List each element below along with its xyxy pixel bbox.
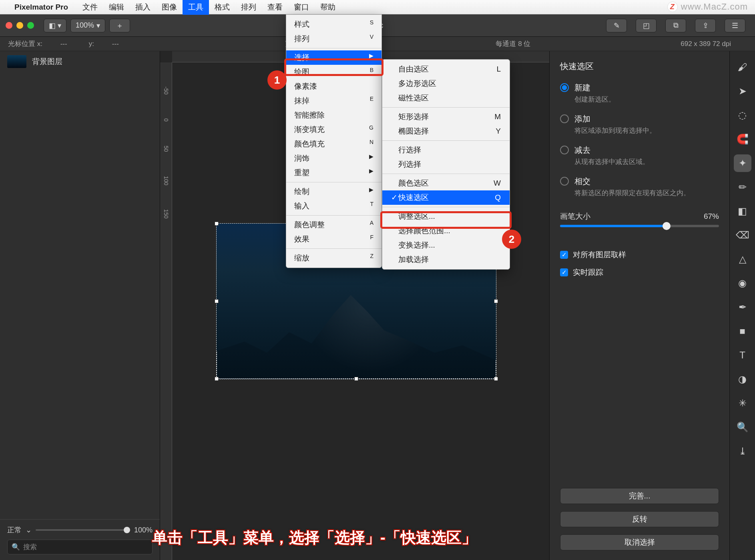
share-toolbar-icon[interactable]: ⇪: [695, 19, 716, 32]
warp-icon[interactable]: ◉: [734, 274, 751, 292]
eraser-icon[interactable]: ⌫: [734, 226, 751, 244]
menu-item[interactable]: 像素漆: [286, 79, 382, 94]
radio-icon: [560, 177, 569, 186]
sample-all-layers[interactable]: ✓对所有图层取样: [560, 250, 719, 260]
menu-window[interactable]: 窗口: [288, 0, 315, 15]
menu-item[interactable]: 效果F: [286, 232, 382, 246]
submenu-item[interactable]: 加载选择: [382, 252, 510, 267]
menu-view[interactable]: 查看: [262, 0, 288, 15]
layer-search[interactable]: 🔍 搜索: [7, 540, 153, 554]
brush-slider[interactable]: [560, 225, 719, 227]
brush-icon[interactable]: 🖌: [734, 58, 751, 76]
zoom-button[interactable]: [27, 22, 34, 29]
mode-intersect[interactable]: 相交将新选区的界限限定在现有选区之内。: [560, 176, 719, 198]
submenu-item[interactable]: 选择颜色范围...: [382, 224, 510, 238]
menu-format[interactable]: 格式: [209, 0, 235, 15]
brush-value: 67%: [704, 212, 719, 221]
tool-strip: 🖌 ➤ ◌ 🧲 ✦ ✏ ◧ ⌫ △ ◉ ✒ ■ T ◑ ✳ 🔍 ⤓: [729, 51, 755, 560]
duplicate-toolbar-icon[interactable]: ⧉: [665, 19, 686, 32]
add-button[interactable]: ＋: [109, 19, 130, 32]
image-content: [217, 286, 496, 379]
handle-mr[interactable]: [494, 299, 498, 303]
submenu-item[interactable]: 列选择: [382, 157, 510, 172]
menubar: Pixelmator Pro 文件 编辑 插入 图像 工具 格式 排列 查看 窗…: [0, 0, 755, 14]
menu-item[interactable]: 抹掉E: [286, 94, 382, 108]
menu-item[interactable]: 绘制▶: [286, 184, 382, 199]
gradient-icon[interactable]: ◧: [734, 202, 751, 220]
crop-toolbar-icon[interactable]: ◰: [636, 19, 657, 32]
pen-icon[interactable]: ✒: [734, 298, 751, 316]
minimize-button[interactable]: [16, 22, 23, 29]
annotation-badge-2: 2: [502, 230, 521, 249]
quicksel-icon[interactable]: ✦: [734, 154, 751, 172]
menu-image[interactable]: 图像: [156, 0, 183, 15]
mode-add[interactable]: 添加将区域添加到现有选择中。: [560, 114, 719, 135]
pointer-icon[interactable]: ➤: [734, 82, 751, 100]
export-icon[interactable]: ⤓: [734, 442, 751, 460]
menu-item[interactable]: 颜色填充N: [286, 137, 382, 151]
menu-insert[interactable]: 插入: [130, 0, 156, 15]
menu-item[interactable]: 颜色调整A: [286, 218, 382, 232]
paint-toolbar-icon[interactable]: ✎: [606, 19, 627, 32]
menu-item[interactable]: 润饰▶: [286, 151, 382, 166]
menu-item[interactable]: 渐变填充G: [286, 122, 382, 137]
sidebar-toggle[interactable]: ◧ ▾: [44, 19, 66, 32]
deselect-button[interactable]: 取消选择: [560, 534, 719, 550]
color-icon[interactable]: ◑: [734, 370, 751, 388]
menu-item[interactable]: 排列V: [286, 32, 382, 46]
menu-tools[interactable]: 工具: [183, 0, 209, 15]
submenu-item[interactable]: 矩形选择M: [382, 110, 510, 124]
handle-bm[interactable]: [354, 377, 358, 381]
app-name[interactable]: Pixelmator Pro: [14, 3, 68, 12]
search-icon: 🔍: [12, 543, 20, 551]
settings-toolbar-icon[interactable]: ☰: [725, 19, 745, 32]
zoom-level[interactable]: 100% ▾: [70, 19, 105, 32]
shape-icon[interactable]: ■: [734, 322, 751, 340]
menu-item[interactable]: 智能擦除: [286, 108, 382, 122]
submenu-item[interactable]: 多边形选区: [382, 76, 510, 91]
invert-button[interactable]: 反转: [560, 511, 719, 527]
layer-item[interactable]: 背景图层: [0, 51, 160, 72]
menu-file[interactable]: 文件: [77, 0, 103, 15]
blend-mode[interactable]: 正常: [7, 525, 22, 535]
marquee-icon[interactable]: ◌: [734, 106, 751, 124]
watermark: Zwww.MacZ.com: [667, 2, 748, 12]
menu-item[interactable]: 选择▶: [286, 50, 382, 65]
handle-br[interactable]: [494, 377, 498, 381]
select-submenu: 自由选区L多边形选区磁性选区矩形选择M椭圆选择Y行选择列选择颜色选区W✓快速选区…: [382, 59, 510, 270]
paint-icon[interactable]: ✏: [734, 178, 751, 196]
live-tracking[interactable]: ✓实时跟踪: [560, 267, 719, 278]
opacity-value: 100%: [134, 526, 153, 534]
submenu-item[interactable]: 椭圆选择Y: [382, 124, 510, 138]
submenu-item[interactable]: 行选择: [382, 143, 510, 157]
zoom-icon[interactable]: 🔍: [734, 418, 751, 436]
handle-ml[interactable]: [215, 299, 219, 303]
brush-label: 画笔大小: [560, 211, 590, 222]
sharpen-icon[interactable]: △: [734, 250, 751, 268]
radio-icon: [560, 114, 569, 123]
opacity-slider[interactable]: [36, 529, 130, 531]
submenu-item[interactable]: 调整选区...: [382, 209, 510, 224]
effects-icon[interactable]: ✳: [734, 394, 751, 412]
menu-item[interactable]: 样式S: [286, 17, 382, 32]
close-button[interactable]: [6, 22, 12, 29]
menu-edit[interactable]: 编辑: [103, 0, 130, 15]
handle-tl[interactable]: [215, 222, 219, 226]
mode-subtract[interactable]: 减去从现有选择中减去区域。: [560, 145, 719, 166]
submenu-item[interactable]: 磁性选区: [382, 91, 510, 105]
menu-item[interactable]: 绘图B: [286, 65, 382, 79]
menu-arrange[interactable]: 排列: [235, 0, 262, 15]
menu-item[interactable]: 输入T: [286, 199, 382, 213]
submenu-item[interactable]: ✓快速选区Q: [382, 190, 510, 205]
menu-item[interactable]: 重塑▶: [286, 166, 382, 180]
magnet-icon[interactable]: 🧲: [734, 130, 751, 148]
menu-item[interactable]: 缩放Z: [286, 251, 382, 265]
mode-new[interactable]: 新建创建新选区。: [560, 82, 719, 104]
menu-help[interactable]: 帮助: [315, 0, 341, 15]
text-icon[interactable]: T: [734, 346, 751, 364]
refine-button[interactable]: 完善...: [560, 488, 719, 504]
submenu-item[interactable]: 变换选择...: [382, 238, 510, 252]
handle-bl[interactable]: [215, 377, 219, 381]
submenu-item[interactable]: 颜色选区W: [382, 176, 510, 190]
submenu-item[interactable]: 自由选区L: [382, 62, 510, 76]
